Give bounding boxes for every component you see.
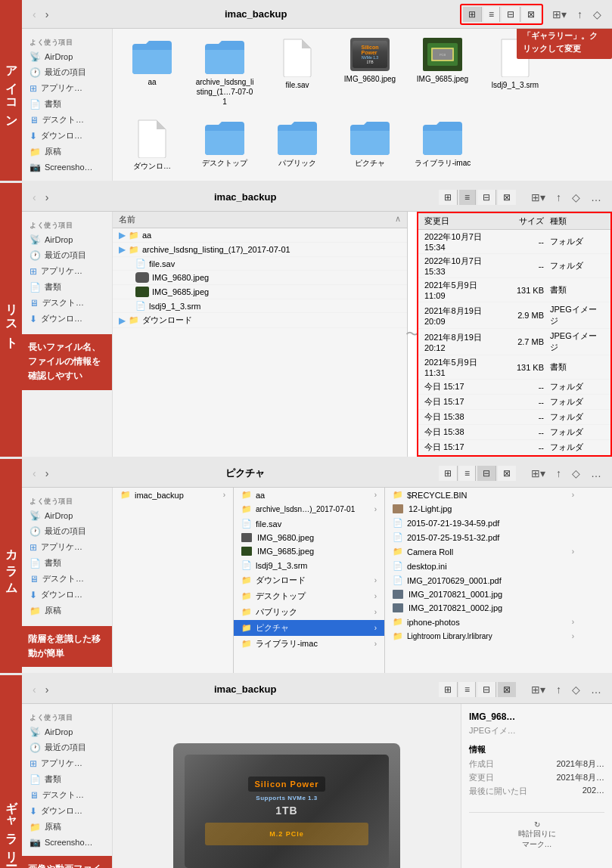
share-btn[interactable]: ↑ [553,466,564,481]
sidebar-item-recent[interactable]: 🕐 最近の項目 [22,64,112,80]
tag-btn[interactable]: ◇ [569,190,583,205]
share-btn[interactable]: ↑ [553,682,564,697]
list-item[interactable]: 今日 15:17 -- フォルダ [418,395,610,410]
sidebar-genkou[interactable]: 📁 原稿 [22,819,112,835]
list-item[interactable]: デスクトップ [194,119,255,171]
col-item[interactable]: IMG_20170821_0001.jpg [385,587,582,601]
col-item[interactable]: IMG_9685.jpeg [234,544,384,558]
list-item[interactable]: 今日 15:38 -- フォルダ [418,410,610,425]
share-btn[interactable]: ↑ [553,190,564,205]
gallery-view-btn[interactable]: ⊠ [498,190,516,205]
col-item[interactable]: 📄 lsdj9_1_3.srm [234,558,384,572]
sidebar-airdrop[interactable]: 📡 AirDrop [22,724,112,739]
sidebar-airdrop[interactable]: 📡 AirDrop [22,232,112,247]
list-item[interactable]: file.sav [267,38,328,107]
list-item[interactable]: パブリック [267,119,328,171]
sidebar-desktop[interactable]: 🖥 デスクト… [22,787,112,803]
list-item[interactable]: 今日 15:17 -- フォルダ [418,380,610,395]
sidebar-item-desktop[interactable]: 🖥 デスクト… [22,112,112,128]
list-item[interactable]: ▶ 📁 archive_lsdsng_listing_(17)_2017-07-… [113,243,407,257]
column-view-btn[interactable]: ⊟ [502,7,520,22]
back-btn[interactable]: ‹ [30,190,39,205]
col-item[interactable]: 📁 archive_lsdsn…)_2017-07-01 › [234,502,384,516]
sidebar-genkou[interactable]: 📁 原稿 [22,603,112,618]
back-button[interactable]: ‹ [30,7,39,22]
col-item[interactable]: 📁 Camera Roll › [385,544,582,559]
list-view-btn[interactable]: ≡ [459,682,476,697]
sidebar-docs[interactable]: 📄 書類 [22,279,112,295]
list-item[interactable]: ▶ 📁 aa [113,228,407,243]
tag-button[interactable]: ◇ [590,7,604,22]
arrange-btn[interactable]: ⊞▾ [528,682,548,697]
share-button[interactable]: ↑ [574,7,586,22]
col-item[interactable]: 📁 ダウンロード › [234,572,384,588]
list-item[interactable]: 2021年5月9日 11:09 131 KB 書類 [418,278,610,302]
icon-view-btn[interactable]: ⊞ [439,190,458,205]
sidebar-recent[interactable]: 🕐 最近の項目 [22,523,112,539]
col-item[interactable]: 12-Light.jpg [385,502,582,516]
sidebar-item-screenshots[interactable]: 📷 Screensho… [22,160,112,175]
list-view-btn[interactable]: ≡ [459,190,476,205]
sidebar-recent[interactable]: 🕐 最近の項目 [22,739,112,755]
list-item[interactable]: ダウンロ… [122,119,182,171]
col-item[interactable]: 📁 Lightroom Library.lrlibrary › [385,629,582,643]
col-item[interactable]: 📄 2015-07-21-19-34-59.pdf [385,516,582,530]
list-item[interactable]: 📄 lsdj9_1_3.srm [113,299,407,313]
list-item[interactable]: 2021年8月19日 20:09 2.9 MB JPEGイメージ [418,302,610,329]
fwd-btn[interactable]: › [42,466,52,481]
sidebar-desktop[interactable]: 🖥 デスクト… [22,571,112,587]
list-item[interactable]: ライブラリ-imac [412,119,473,171]
sidebar-desktop[interactable]: 🖥 デスクト… [22,295,112,311]
col-item[interactable]: 📁 ライブラリ-imac › [234,636,384,652]
back-btn[interactable]: ‹ [30,466,39,481]
list-item[interactable]: 2021年8月19日 20:12 2.7 MB JPEGイメージ [418,329,610,355]
list-item[interactable]: IMG_9680.jpeg [113,271,407,285]
list-item[interactable]: aa [122,38,182,107]
col-item[interactable]: 📄 file.sav [234,516,384,531]
sidebar-recent[interactable]: 🕐 最近の項目 [22,247,112,263]
sidebar-downloads[interactable]: ⬇ ダウンロ… [22,311,112,327]
sidebar-docs[interactable]: 📄 書類 [22,771,112,787]
col-item[interactable]: 📄 2015-07-25-19-51-32.pdf [385,530,582,544]
sidebar-item-airdrop[interactable]: 📡 AirDrop [22,49,112,64]
sidebar-docs[interactable]: 📄 書類 [22,555,112,571]
list-item[interactable]: 2022年10月7日 15:34 -- フォルダ [418,230,610,254]
list-item[interactable]: 今日 15:38 -- フォルダ [418,425,610,440]
list-item[interactable]: 今日 15:17 -- フォルダ [418,440,610,455]
forward-button[interactable]: › [42,7,52,22]
rotate-button[interactable]: ↻時計回りにマーク… [469,820,604,850]
sidebar-downloads[interactable]: ⬇ ダウンロ… [22,803,112,819]
col-item[interactable]: 📄 desktop.ini [385,559,582,573]
sidebar-item-apps[interactable]: ⊞ アプリケ… [22,80,112,96]
list-item[interactable]: 2021年5月9日 11:31 131 KB 書類 [418,355,610,380]
col-item[interactable]: 📁 ピクチャ › [234,620,384,636]
col-item[interactable]: 📁 デスクトップ › [234,588,384,604]
more-btn[interactable]: … [588,682,604,697]
arrange-btn[interactable]: ⊞▾ [528,190,548,205]
sidebar-item-genkou[interactable]: 📁 原稿 [22,144,112,160]
sidebar-apps[interactable]: ⊞ アプリケ… [22,263,112,279]
icon-view-btn[interactable]: ⊞ [463,7,482,22]
col-item[interactable]: 📁 $RECYCLE.BIN › [385,488,582,502]
col-item[interactable]: 📁 imac_backup › [113,488,233,502]
more-btn[interactable]: … [588,190,604,205]
icon-view-btn[interactable]: ⊞ [439,682,458,697]
list-view-btn[interactable]: ≡ [459,466,476,481]
col-item[interactable]: IMG_9680.jpeg [234,531,384,544]
col-item[interactable]: 📁 aa › [234,488,384,502]
icon-view-btn[interactable]: ⊞ [439,466,458,481]
list-item[interactable]: 2022年10月7日 15:33 -- フォルダ [418,254,610,278]
col-item[interactable]: 📁 パブリック › [234,604,384,620]
tag-btn[interactable]: ◇ [569,682,583,697]
more-btn[interactable]: … [588,466,604,481]
col-item[interactable]: 📄 IMG_20170629_0001.pdf [385,573,582,587]
sidebar-screenshots[interactable]: 📷 Screensho… [22,835,112,850]
fwd-btn[interactable]: › [42,682,52,697]
gallery-view-btn[interactable]: ⊠ [498,466,516,481]
gallery-view-btn[interactable]: ⊠ [522,7,540,22]
sidebar-airdrop[interactable]: 📡 AirDrop [22,508,112,523]
list-item[interactable]: ▶ 📁 ダウンロード [113,313,407,328]
arrange-btn[interactable]: ⊞▾ [528,466,548,481]
col-view-btn[interactable]: ⊟ [477,190,496,205]
col-item[interactable]: IMG_20170821_0002.jpg [385,601,582,615]
